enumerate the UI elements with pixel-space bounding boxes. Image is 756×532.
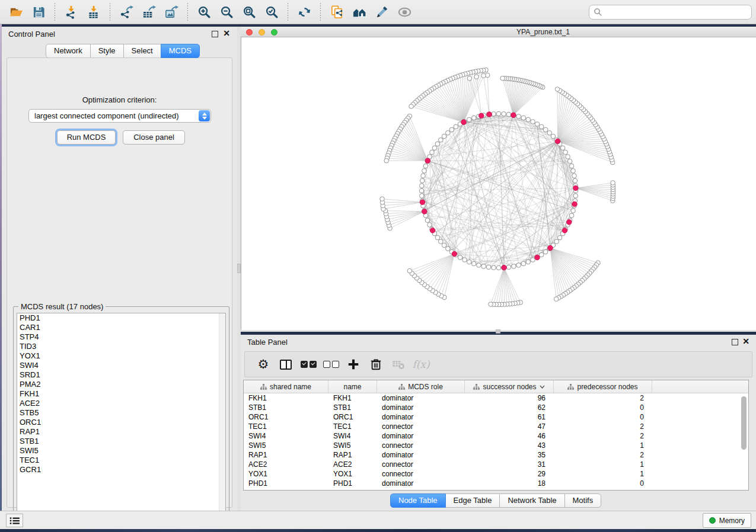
list-item[interactable]: SWI4 (17, 361, 225, 370)
table-cell[interactable]: 31 (465, 460, 554, 469)
list-item[interactable]: STB1 (17, 437, 225, 446)
float-panel-icon[interactable] (732, 339, 738, 345)
zoom-selected-icon[interactable] (261, 2, 282, 21)
tab-edge-table[interactable]: Edge Table (445, 493, 500, 508)
list-item[interactable]: FKH1 (17, 389, 225, 399)
show-hide-icon[interactable] (394, 2, 414, 21)
search-box[interactable] (589, 5, 752, 20)
table-scrollbar-thumb[interactable] (741, 396, 747, 450)
table-cell[interactable]: 47 (465, 422, 554, 431)
export-table-icon[interactable] (139, 2, 159, 21)
table-cell[interactable]: RAP1 (328, 450, 377, 460)
refresh-view-icon[interactable] (294, 2, 314, 21)
list-item[interactable]: ACE2 (17, 399, 225, 408)
list-item[interactable]: STB5 (17, 408, 225, 418)
table-cell[interactable]: 43 (465, 441, 554, 450)
table-row[interactable]: TEC1TEC1connector472 (244, 422, 748, 431)
list-scrollbar[interactable] (219, 313, 225, 523)
zoom-in-icon[interactable] (194, 2, 214, 21)
table-cell[interactable]: FKH1 (244, 393, 328, 403)
table-cell[interactable]: 18 (465, 479, 554, 488)
table-cell[interactable]: 61 (465, 412, 554, 422)
table-cell[interactable]: dominator (377, 393, 465, 403)
list-item[interactable]: CAR1 (17, 323, 225, 332)
table-cell[interactable]: 1 (554, 460, 652, 469)
zoom-fit-icon[interactable] (239, 2, 259, 21)
list-item[interactable]: PHD1 (17, 313, 225, 323)
close-panel-button[interactable]: Close panel (123, 130, 185, 145)
export-network-icon[interactable] (116, 2, 136, 21)
close-traffic-light-icon[interactable] (246, 29, 253, 36)
table-cell[interactable]: STB1 (244, 403, 328, 412)
tab-mcds[interactable]: MCDS (161, 44, 200, 58)
table-cell[interactable]: 2 (554, 422, 652, 431)
table-cell[interactable]: 0 (554, 403, 652, 412)
list-item[interactable]: ORC1 (17, 418, 225, 427)
list-item[interactable]: STP4 (17, 332, 225, 342)
table-cell[interactable]: RAP1 (244, 450, 328, 460)
horizontal-splitter-grip[interactable] (496, 329, 500, 334)
tab-node-table[interactable]: Node Table (390, 493, 446, 508)
save-session-icon[interactable] (28, 2, 49, 21)
deselect-all-icon[interactable] (322, 354, 340, 374)
table-cell[interactable]: 0 (554, 412, 652, 422)
network-overview-icon[interactable] (349, 2, 369, 21)
table-cell[interactable]: connector (377, 441, 465, 450)
table-cell[interactable]: dominator (377, 479, 465, 488)
table-cell[interactable]: YOX1 (328, 469, 377, 479)
table-row[interactable]: ACE2ACE2connector311 (244, 460, 748, 469)
table-cell[interactable]: connector (377, 469, 465, 479)
list-item[interactable]: PMA2 (17, 380, 225, 389)
table-cell[interactable]: 1 (554, 469, 652, 479)
table-row[interactable]: PHD1PHD1dominator180 (244, 479, 748, 488)
network-canvas[interactable] (241, 37, 756, 330)
table-cell[interactable]: 0 (554, 479, 652, 488)
run-mcds-button[interactable]: Run MCDS (57, 130, 116, 145)
column-header-name[interactable]: name (328, 380, 377, 393)
maximize-traffic-light-icon[interactable] (271, 29, 277, 36)
table-cell[interactable]: 29 (465, 469, 554, 479)
table-cell[interactable]: 2 (554, 431, 652, 441)
delete-column-icon[interactable] (367, 354, 385, 374)
table-cell[interactable]: TEC1 (244, 422, 328, 431)
table-row[interactable]: STB1STB1dominator620 (244, 403, 748, 412)
list-item[interactable]: RAP1 (17, 427, 225, 437)
column-settings-gear-icon[interactable]: ⚙ (254, 354, 272, 374)
clone-network-icon[interactable] (327, 2, 347, 21)
table-cell[interactable]: ORC1 (328, 412, 377, 422)
split-table-icon[interactable] (277, 354, 295, 374)
table-cell[interactable]: dominator (377, 431, 465, 441)
tab-network[interactable]: Network (46, 44, 91, 58)
delete-table-icon[interactable] (390, 354, 407, 374)
list-item[interactable]: YOX1 (17, 351, 225, 361)
table-cell[interactable]: PHD1 (328, 479, 377, 488)
table-cell[interactable]: dominator (377, 403, 465, 412)
column-header-shared-name[interactable]: shared name (244, 380, 328, 393)
tab-style[interactable]: Style (90, 44, 124, 58)
table-cell[interactable]: connector (377, 460, 465, 469)
table-cell[interactable]: TEC1 (328, 422, 377, 431)
list-item[interactable]: SRD1 (17, 370, 225, 380)
table-row[interactable]: RAP1RAP1dominator352 (244, 450, 748, 460)
open-session-icon[interactable] (6, 2, 26, 21)
table-cell[interactable]: 35 (465, 450, 554, 460)
column-header-MCDS-role[interactable]: MCDS role (377, 380, 465, 393)
float-panel-icon[interactable] (212, 31, 218, 37)
table-row[interactable]: SWI5SWI5connector431 (244, 441, 748, 450)
table-cell[interactable]: STB1 (328, 403, 377, 412)
table-cell[interactable]: dominator (377, 412, 465, 422)
network-titlebar[interactable]: YPA_prune.txt_1 (241, 27, 756, 37)
table-cell[interactable]: 96 (465, 393, 554, 403)
list-item[interactable]: GCR1 (17, 465, 225, 475)
column-header-predecessor-nodes[interactable]: predecessor nodes (554, 380, 652, 393)
export-image-icon[interactable] (161, 2, 181, 21)
table-row[interactable]: ORC1ORC1dominator610 (244, 412, 748, 422)
table-cell[interactable]: SWI4 (328, 431, 377, 441)
table-cell[interactable]: FKH1 (328, 393, 377, 403)
table-row[interactable]: SWI4SWI4dominator462 (244, 431, 748, 441)
import-table-icon[interactable] (84, 2, 104, 21)
mcds-result-list[interactable]: PHD1CAR1STP4TID3YOX1SWI4SRD1PMA2FKH1ACE2… (17, 313, 226, 523)
criterion-dropdown[interactable]: largest connected component (undirected) (28, 109, 211, 123)
list-item[interactable]: SWI5 (17, 446, 225, 456)
minimize-traffic-light-icon[interactable] (259, 29, 265, 36)
